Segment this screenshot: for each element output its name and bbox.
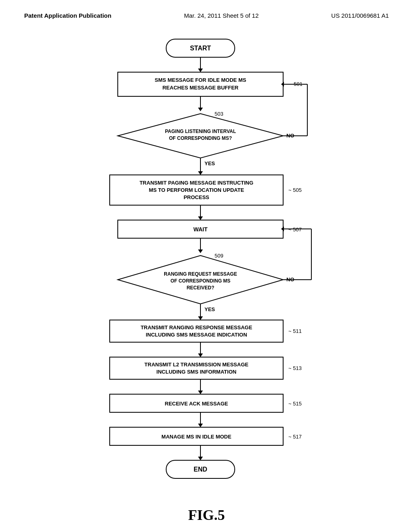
svg-marker-3	[198, 69, 203, 72]
svg-text:START: START	[190, 45, 211, 52]
svg-marker-63	[198, 424, 203, 427]
svg-marker-21	[198, 171, 203, 175]
svg-marker-68	[198, 457, 203, 460]
svg-text:~ 505: ~ 505	[288, 187, 302, 193]
header-right: US 2011/0069681 A1	[331, 12, 389, 19]
figure-caption: FIG.5	[188, 507, 225, 524]
svg-text:REACHES MESSAGE BUFFER: REACHES MESSAGE BUFFER	[163, 85, 239, 91]
svg-text:SMS MESSAGE FOR IDLE MODE MS: SMS MESSAGE FOR IDLE MODE MS	[155, 77, 246, 83]
svg-marker-9	[198, 108, 203, 111]
flowchart-svg: START SMS MESSAGE FOR IDLE MODE MS REACH…	[65, 35, 348, 499]
svg-text:PROCESS: PROCESS	[184, 194, 209, 200]
svg-text:RANGING REQUEST MESSAGE: RANGING REQUEST MESSAGE	[164, 271, 237, 277]
svg-text:RECEIVED?: RECEIVED?	[187, 285, 215, 291]
svg-rect-4	[118, 72, 283, 96]
svg-rect-47	[110, 320, 283, 342]
svg-text:MANAGE MS IN IDLE MODE: MANAGE MS IN IDLE MODE	[161, 434, 232, 440]
svg-marker-33	[198, 249, 203, 253]
svg-text:~ 517: ~ 517	[288, 434, 302, 440]
svg-marker-52	[198, 353, 203, 357]
svg-text:~ 513: ~ 513	[288, 365, 302, 371]
svg-text:~ 511: ~ 511	[288, 328, 302, 334]
svg-text:503: 503	[215, 111, 223, 117]
svg-text:TRANSMIT L2 TRANSMISSION MESSA: TRANSMIT L2 TRANSMISSION MESSAGE	[144, 362, 248, 368]
header-center: Mar. 24, 2011 Sheet 5 of 12	[184, 12, 259, 19]
header: Patent Application Publication Mar. 24, …	[16, 8, 397, 27]
svg-text:~ 515: ~ 515	[288, 401, 302, 407]
svg-text:WAIT: WAIT	[194, 226, 208, 233]
svg-text:~ 507: ~ 507	[288, 227, 302, 233]
svg-marker-58	[198, 391, 203, 394]
svg-text:OF CORRESPONDING MS: OF CORRESPONDING MS	[171, 278, 231, 284]
svg-text:YES: YES	[204, 306, 215, 312]
svg-text:509: 509	[215, 253, 223, 259]
page: Patent Application Publication Mar. 24, …	[0, 0, 413, 532]
svg-text:RECEIVE ACK MESSAGE: RECEIVE ACK MESSAGE	[165, 401, 228, 407]
svg-text:MS TO PERFORM LOCATION UPDATE: MS TO PERFORM LOCATION UPDATE	[149, 187, 244, 193]
svg-text:TRANSMIT PAGING MESSAGE INSTRU: TRANSMIT PAGING MESSAGE INSTRUCTING	[140, 180, 253, 186]
svg-marker-28	[198, 216, 203, 220]
svg-marker-46	[198, 316, 203, 320]
svg-text:TRANSMIT RANGING RESPONSE MESS: TRANSMIT RANGING RESPONSE MESSAGE	[141, 324, 252, 330]
diagram-container: START SMS MESSAGE FOR IDLE MODE MS REACH…	[16, 27, 397, 532]
svg-text:PAGING LISTENING INTERVAL: PAGING LISTENING INTERVAL	[165, 129, 236, 134]
svg-text:OF CORRESPONDING MS?: OF CORRESPONDING MS?	[169, 135, 232, 141]
svg-text:END: END	[194, 466, 207, 473]
svg-text:INCLUDING SMS MESSAGE INDICATI: INCLUDING SMS MESSAGE INDICATION	[146, 332, 247, 338]
svg-rect-53	[110, 357, 283, 379]
svg-text:INCLUDING SMS INFORMATION: INCLUDING SMS INFORMATION	[156, 369, 236, 375]
header-left: Patent Application Publication	[24, 12, 111, 19]
svg-text:YES: YES	[204, 160, 215, 166]
